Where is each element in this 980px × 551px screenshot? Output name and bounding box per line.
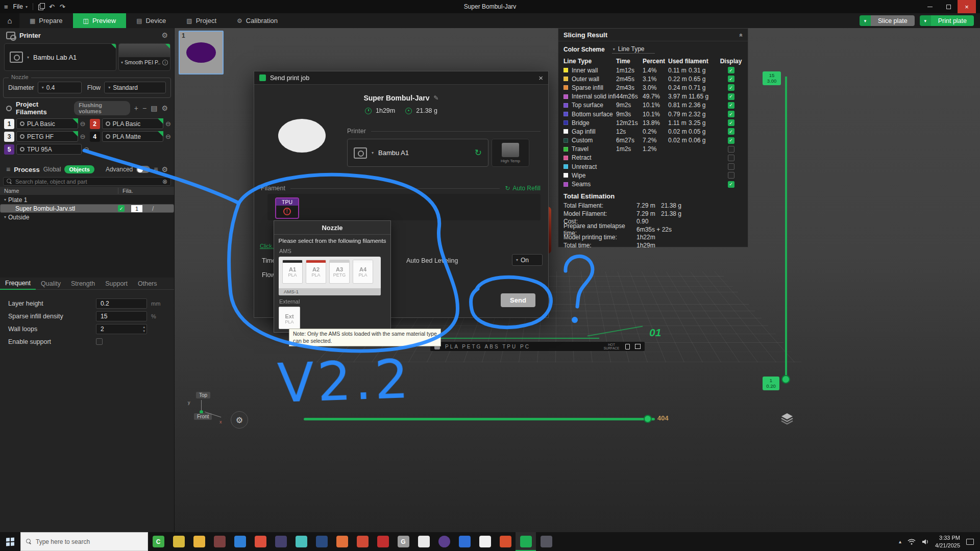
taskbar-app-bambu-studio[interactable] — [516, 532, 536, 551]
taskbar-clock[interactable]: 3:33 PM 4/21/2025 — [935, 534, 960, 549]
taskbar-app-excel[interactable] — [454, 532, 475, 551]
display-checkbox[interactable] — [728, 181, 734, 188]
taskbar-app-edge[interactable] — [230, 532, 250, 551]
taskbar-app-office[interactable] — [352, 532, 373, 551]
start-button[interactable] — [0, 532, 20, 551]
stepper-icons[interactable]: ▴▾ — [143, 325, 145, 333]
object-search-input[interactable]: Search plate, object and part ⊗ — [3, 177, 171, 186]
tab-calibration[interactable]: ⚙ Calibration — [227, 13, 288, 28]
printer-select[interactable]: ▾ Bambu Lab A1 — [4, 43, 116, 71]
tpu-filament-chip[interactable]: TPU ! — [275, 197, 299, 219]
edit-name-icon[interactable]: ✎ — [434, 94, 439, 102]
collapse-panel-icon[interactable]: » — [738, 33, 745, 37]
taskbar-search-input[interactable]: Type here to search — [20, 532, 148, 551]
taskbar-app-cricut[interactable]: C — [148, 532, 168, 551]
horizontal-step-slider[interactable] — [304, 418, 655, 420]
vertical-slider-knob[interactable] — [781, 375, 790, 384]
taskbar-app-notepad[interactable] — [413, 532, 434, 551]
remove-filament-icon[interactable]: − — [142, 104, 146, 112]
click-link[interactable]: Click... — [260, 243, 275, 249]
display-checkbox[interactable] — [728, 163, 734, 170]
dialog-printer-select[interactable]: ▾ Bambu A1 ↻ — [347, 139, 488, 167]
display-checkbox[interactable] — [728, 155, 734, 161]
color-scheme-select[interactable]: ▾ Line Type — [612, 45, 655, 54]
tab-others[interactable]: Others — [133, 280, 162, 289]
filament-slot-2[interactable]: 2 PLA Basic ⊖ — [90, 118, 172, 129]
taskbar-app-photos[interactable] — [209, 532, 230, 551]
filament-slot-3[interactable]: 3 PETG HF ⊖ — [4, 131, 86, 142]
maximize-button[interactable] — [939, 0, 958, 13]
taskbar-app-word[interactable] — [475, 532, 495, 551]
display-checkbox[interactable] — [728, 119, 734, 126]
minus-circle-icon[interactable]: ⊖ — [80, 133, 86, 140]
plate-type-select[interactable]: ▾ Smooth PEI P... i — [118, 43, 170, 71]
slice-dropdown-icon[interactable]: ▾ — [860, 15, 871, 26]
app-menu-icon[interactable]: ≡ — [4, 3, 8, 11]
edit-slash-icon[interactable]: / — [152, 205, 154, 212]
model-visible-checkbox[interactable] — [118, 205, 125, 212]
filament-dropdown-1[interactable]: PLA Basic — [16, 118, 78, 129]
tab-frequent[interactable]: Frequent — [0, 280, 36, 290]
viewport-settings-button[interactable]: ⚙ — [231, 411, 248, 429]
flushing-volumes-button[interactable]: Flushing volumes — [74, 101, 130, 115]
undo-icon[interactable]: ↶ — [49, 3, 55, 11]
printer-variant-card[interactable]: High Temp — [492, 139, 529, 167]
minus-circle-icon[interactable]: ⊖ — [165, 133, 171, 140]
display-checkbox[interactable] — [728, 67, 734, 73]
filament-slot-4[interactable]: 4 PLA Matte ⊖ — [90, 131, 172, 142]
external-spool-slot[interactable]: Ext PLA — [279, 307, 300, 329]
plate-thumbnail[interactable]: 1 — [179, 31, 224, 74]
print-dropdown-icon[interactable]: ▾ — [920, 15, 931, 26]
close-button[interactable]: × — [958, 0, 976, 13]
display-checkbox[interactable] — [728, 172, 734, 179]
taskbar-app-handbrake[interactable] — [536, 532, 556, 551]
home-button[interactable]: ⌂ — [0, 13, 19, 28]
nozzle-diameter-select[interactable]: ▾ 0.4 — [38, 82, 82, 93]
minus-circle-icon[interactable]: ⊖ — [80, 120, 86, 128]
ams-slot-a3[interactable]: A3 PETG — [329, 260, 350, 284]
filament-dropdown-5[interactable]: TPU 95A — [16, 144, 82, 155]
taskbar-app-file-explorer[interactable] — [189, 532, 209, 551]
infill-density-input[interactable]: 15 — [96, 311, 147, 321]
clear-search-icon[interactable]: ⊗ — [162, 178, 167, 185]
filament-slot-5[interactable]: 5 TPU 95A ⊖ — [4, 144, 89, 155]
display-checkbox[interactable] — [728, 137, 734, 144]
ams-slot-a4[interactable]: A4 PLA — [353, 260, 373, 284]
display-checkbox[interactable] — [728, 111, 734, 117]
bed-leveling-select[interactable]: ▾ On — [512, 254, 543, 266]
taskbar-app-trackball[interactable] — [434, 532, 454, 551]
tab-device[interactable]: ▤ Device — [126, 13, 176, 28]
enable-support-checkbox[interactable] — [96, 338, 103, 345]
trash-icon[interactable] — [625, 344, 630, 349]
expand-icon[interactable]: ▾ — [4, 197, 6, 202]
box-icon[interactable] — [635, 344, 641, 349]
param-list-icon[interactable]: ≡ — [154, 165, 158, 173]
filament-dropdown-3[interactable]: PETG HF — [16, 131, 78, 142]
ams-slot-a1[interactable]: A1 PLA — [282, 260, 303, 284]
taskbar-app-opera[interactable] — [495, 532, 516, 551]
slice-plate-button[interactable]: ▾ Slice plate — [860, 15, 915, 26]
tab-quality[interactable]: Quality — [36, 280, 66, 289]
layers-icon[interactable] — [780, 411, 794, 425]
copy-plate-icon[interactable] — [38, 3, 44, 11]
display-checkbox[interactable] — [728, 84, 734, 91]
display-checkbox[interactable] — [728, 146, 734, 153]
taskbar-app-sticky-notes[interactable] — [168, 532, 189, 551]
redo-icon[interactable]: ↷ — [60, 3, 65, 11]
filament-dropdown-2[interactable]: PLA Basic — [102, 118, 164, 129]
layer-height-input[interactable]: 0.2 — [96, 298, 147, 309]
tray-expand-icon[interactable]: ▴ — [899, 539, 901, 544]
objects-toggle[interactable]: Objects — [64, 165, 94, 173]
speaker-icon[interactable] — [922, 539, 929, 545]
taskbar-app-paint[interactable] — [291, 532, 311, 551]
horizontal-slider-knob[interactable] — [644, 415, 652, 423]
notification-center-icon[interactable] — [966, 539, 974, 545]
tree-row-outside[interactable]: ▾ Outside — [0, 213, 174, 221]
info-icon[interactable]: i — [162, 60, 168, 65]
minus-circle-icon[interactable]: ⊖ — [165, 120, 171, 128]
display-checkbox[interactable] — [728, 93, 734, 100]
minimize-button[interactable] — [921, 0, 939, 13]
global-toggle[interactable]: Global — [43, 166, 61, 173]
printer-settings-gear-icon[interactable]: ⚙ — [161, 31, 168, 39]
display-checkbox[interactable] — [728, 102, 734, 109]
